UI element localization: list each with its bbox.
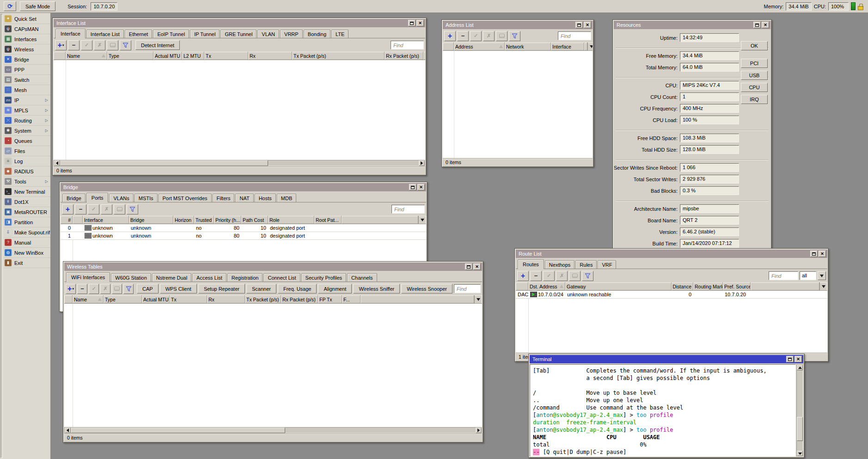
tab-lte[interactable]: LTE [331, 30, 348, 38]
cpu-button[interactable]: CPU [741, 83, 768, 92]
sidebar-item-dot1x[interactable]: ǂDot1X [4, 197, 50, 207]
sidebar-item-bridge[interactable]: ✕Bridge [4, 55, 50, 65]
column-header-role[interactable]: Role [268, 216, 314, 224]
horizontal-scrollbar[interactable] [54, 160, 425, 166]
column-header-actual-mtu[interactable]: Actual MTU [142, 295, 170, 303]
sidebar-item-system[interactable]: ✱System▷ [4, 126, 50, 136]
sidebar-item-make-supout-rif[interactable]: ⇩Make Supout.rif [4, 227, 50, 238]
column-header-priority-h[interactable]: Priority (h... [214, 216, 241, 224]
find-input[interactable] [558, 31, 591, 40]
tab-wifi-interfaces[interactable]: WiFi Interfaces [66, 272, 110, 282]
wireless-tables-titlebar[interactable]: Wireless Tables ✕ [64, 263, 482, 271]
sidebar-item-ppp[interactable]: ▭PPP [4, 65, 50, 75]
sidebar-item-exit[interactable]: ▮Exit [4, 258, 50, 268]
column-header-tx-packet-p-s[interactable]: Tx Packet (p/s) [245, 295, 281, 303]
column-header-rx-packet-p-s[interactable]: Rx Packet (p/s) [281, 295, 318, 303]
sidebar-item-wireless[interactable]: ψWireless [4, 44, 50, 55]
session-value[interactable]: 10.7.0.20 [91, 2, 117, 11]
route-list-titlebar[interactable]: Route List ✕ [516, 250, 827, 258]
tab-ip-tunnel[interactable]: IP Tunnel [190, 30, 220, 38]
tab-connect-list[interactable]: Connect List [263, 273, 300, 282]
comment-button[interactable] [114, 204, 125, 214]
close-button[interactable]: ✕ [584, 22, 591, 28]
maximize-button[interactable] [575, 22, 583, 28]
route-filter-select[interactable]: all [800, 271, 816, 280]
tab-w60g-station[interactable]: W60G Station [111, 273, 151, 282]
interface-list-body[interactable] [54, 60, 425, 160]
tab-vlan[interactable]: VLAN [257, 30, 279, 38]
find-input[interactable] [769, 271, 798, 280]
column-header-network[interactable]: Network [505, 43, 551, 50]
safe-mode-button[interactable]: Safe Mode [20, 1, 55, 11]
detect-internet-button[interactable]: Detect Internet [135, 40, 180, 50]
remove-button[interactable]: − [77, 284, 87, 294]
column-header-blank[interactable] [516, 282, 528, 290]
column-header-blank[interactable]: # [61, 216, 73, 224]
column-header-name[interactable]: Name [66, 52, 107, 60]
disable-button[interactable]: ✗ [483, 31, 495, 41]
tab-routes[interactable]: Routes [518, 259, 544, 269]
maximize-button[interactable] [753, 22, 761, 28]
scroll-track[interactable] [797, 370, 803, 451]
remove-button[interactable]: − [530, 271, 542, 281]
scroll-up-button[interactable] [797, 365, 803, 370]
vertical-scrollbar[interactable] [796, 364, 803, 457]
horizontal-scrollbar[interactable] [64, 427, 482, 434]
close-button[interactable]: ✕ [795, 356, 802, 362]
column-header-interface[interactable]: Interface [83, 216, 129, 224]
scroll-thumb[interactable] [60, 160, 268, 166]
address-list-titlebar[interactable]: Address List ✕ [443, 21, 593, 29]
tab-nat[interactable]: NAT [235, 194, 253, 202]
tab-filters[interactable]: Filters [213, 194, 235, 202]
scanner-button[interactable]: Scanner [246, 284, 276, 294]
enable-button[interactable]: ✓ [81, 40, 92, 50]
find-input[interactable] [391, 41, 424, 49]
route-list-body[interactable]: DAC10.7.0.0/24unknown reachable010.7.0.2… [516, 290, 827, 353]
column-header-gateway[interactable]: Gateway [565, 282, 672, 290]
column-header-rx-packet-p-s[interactable]: Rx Packet (p/s) [385, 52, 423, 60]
scroll-track[interactable] [60, 160, 419, 166]
tab-mdb[interactable]: MDB [277, 194, 296, 202]
resources-titlebar[interactable]: Resources ✕ [614, 21, 770, 29]
column-header-dst-address[interactable]: Dst. Address [528, 282, 565, 290]
tab-ethernet[interactable]: Ethernet [125, 30, 153, 38]
usb-button[interactable]: USB [741, 71, 768, 80]
sidebar-item-new-winbox[interactable]: ◍New WinBox [4, 248, 50, 258]
sidebar-item-switch[interactable]: ▤Switch [4, 75, 50, 85]
alignment-button[interactable]: Alignment [318, 284, 352, 294]
column-header-routing-mark[interactable]: Routing Mark [693, 282, 723, 290]
add-button[interactable]: + [444, 31, 456, 41]
tab-interface-list[interactable]: Interface List [86, 30, 124, 38]
enable-button[interactable]: ✓ [543, 271, 555, 281]
add-button[interactable]: +▾ [55, 40, 67, 50]
pci-button[interactable]: PCI [741, 59, 768, 68]
bridge-titlebar[interactable]: Bridge ✕ [61, 183, 426, 191]
enable-button[interactable]: ✓ [88, 204, 99, 214]
wps-client-button[interactable]: WPS Client [160, 284, 197, 294]
bridge-port-row[interactable]: 0unknownunknownno8010designated port [61, 224, 426, 232]
scroll-down-button[interactable] [797, 451, 803, 456]
terminal-titlebar[interactable]: Terminal ✕ [530, 355, 803, 363]
remove-button[interactable]: − [68, 40, 79, 50]
sidebar-item-partition[interactable]: ◨Partition [4, 217, 50, 227]
column-selector-button[interactable] [474, 295, 482, 303]
terminal-console[interactable]: [Tab] Completes the command/word. If the… [530, 364, 796, 457]
column-header-blank[interactable] [64, 295, 73, 303]
tab-vrrp[interactable]: VRRP [280, 30, 303, 38]
comment-button[interactable] [569, 271, 581, 281]
column-header-path-cost[interactable]: Path Cost [241, 216, 268, 224]
disable-button[interactable]: ✗ [101, 204, 112, 214]
sidebar-item-mpls[interactable]: ≋MPLS▷ [4, 105, 50, 116]
bridge-port-row[interactable]: 1unknownunknownno8010designated port [61, 232, 426, 240]
column-selector-button[interactable] [819, 282, 827, 290]
tab-interface[interactable]: Interface [55, 29, 86, 38]
disable-button[interactable]: ✗ [94, 40, 105, 50]
maximize-button[interactable] [465, 263, 472, 270]
filter-button[interactable] [127, 204, 138, 214]
scroll-right-button[interactable] [476, 428, 482, 433]
scroll-right-button[interactable] [419, 160, 425, 166]
remove-button[interactable]: − [75, 204, 86, 214]
tab-eoip-tunnel[interactable]: EoIP Tunnel [153, 30, 189, 38]
close-button[interactable]: ✕ [762, 22, 769, 28]
column-header-tx-packet-p-s[interactable]: Tx Packet (p/s) [292, 52, 385, 60]
